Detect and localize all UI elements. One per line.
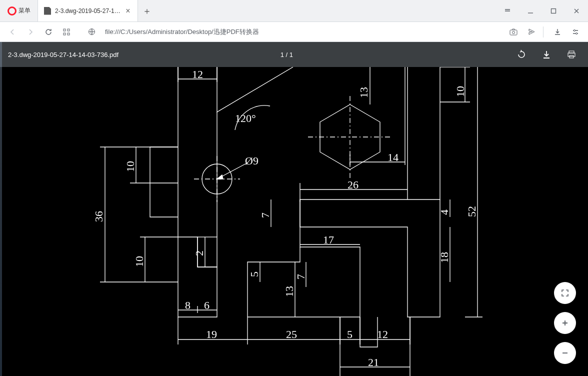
dim-12: 12 (192, 68, 203, 80)
svg-point-9 (576, 32, 577, 34)
reload-icon (45, 28, 52, 36)
dim-12-bot: 12 (377, 328, 388, 340)
dim-10-tr: 10 (454, 86, 466, 97)
speed-dial-button[interactable] (59, 25, 74, 39)
dim-13-low: 13 (283, 286, 296, 297)
camera-icon (510, 28, 518, 36)
svg-rect-4 (68, 33, 70, 35)
dim-5-bot: 5 (347, 328, 352, 340)
svg-rect-0 (552, 8, 556, 13)
nav-forward-button[interactable] (23, 25, 38, 39)
nav-reload-button[interactable] (41, 25, 56, 39)
dim-2: 2 (193, 250, 206, 256)
dim-dia9: Ø9 (245, 154, 258, 167)
address-bar: file:///C:/Users/Administrator/Desktop/迅… (0, 22, 588, 42)
pdf-fab-column (554, 282, 576, 364)
url-display[interactable]: file:///C:/Users/Administrator/Desktop/迅… (105, 28, 500, 36)
window-controls (496, 0, 588, 22)
easy-setup-button[interactable] (568, 25, 583, 39)
dim-6: 6 (204, 299, 210, 312)
download-button[interactable] (550, 25, 565, 39)
pdf-canvas[interactable]: 12 120° Ø9 13 10 14 26 10 36 10 2 7 4 52… (0, 67, 588, 376)
minimize-icon (528, 8, 534, 14)
svg-rect-11 (568, 53, 575, 56)
pdf-fit-button[interactable] (554, 282, 576, 304)
window-collapse-button[interactable] (496, 0, 519, 22)
chevron-right-icon (27, 28, 34, 36)
svg-rect-2 (68, 29, 70, 31)
dim-52: 52 (466, 206, 478, 217)
dim-13: 13 (358, 87, 370, 98)
opera-menu-button[interactable]: 菜单 (0, 0, 38, 22)
dim-18: 18 (438, 252, 450, 263)
dim-10-ll: 10 (133, 256, 146, 267)
globe-icon (88, 28, 96, 36)
print-icon (566, 50, 576, 60)
minus-icon (561, 349, 569, 357)
rotate-icon (516, 50, 526, 60)
dim-26: 26 (348, 178, 358, 191)
window-close-button[interactable] (565, 0, 588, 22)
pdf-viewer-toolbar: 2-3.dwg-2019-05-27-14-14-03-736.pdf 1 / … (0, 42, 588, 67)
dim-17: 17 (323, 234, 334, 246)
svg-rect-1 (64, 29, 66, 31)
window-minimize-button[interactable] (519, 0, 542, 22)
send-icon (528, 28, 536, 36)
tab-active[interactable]: 2-3.dwg-2019-05-27-14… × (38, 0, 138, 22)
dim-36: 36 (92, 211, 105, 222)
download-icon (542, 50, 552, 60)
tab-strip: 菜单 2-3.dwg-2019-05-27-14… × ＋ (0, 0, 588, 22)
dim-7-mid: 7 (259, 212, 272, 218)
dim-14: 14 (388, 151, 398, 164)
opera-logo-icon (8, 6, 16, 16)
dim-8: 8 (185, 299, 190, 312)
svg-point-8 (574, 30, 575, 31)
dim-10-lu: 10 (124, 161, 136, 172)
nav-back-button[interactable] (5, 25, 20, 39)
grid-icon (63, 28, 70, 36)
dim-21: 21 (368, 356, 379, 368)
download-icon (554, 28, 561, 36)
dim-25: 25 (286, 328, 297, 340)
pdf-print-button[interactable] (563, 46, 580, 63)
new-tab-button[interactable]: ＋ (138, 0, 156, 22)
pdf-download-button[interactable] (538, 46, 555, 63)
dim-19: 19 (206, 328, 217, 340)
tab-title: 2-3.dwg-2019-05-27-14… (55, 8, 120, 14)
tabs-container: 2-3.dwg-2019-05-27-14… × ＋ (38, 0, 496, 22)
plus-icon (561, 319, 569, 327)
close-icon (574, 8, 580, 14)
svg-rect-6 (510, 30, 517, 35)
svg-rect-10 (569, 51, 574, 53)
pdf-zoom-in-button[interactable] (554, 312, 576, 334)
dim-7-low: 7 (294, 274, 307, 280)
pdf-page-indicator: 1 / 1 (280, 51, 293, 58)
opera-menu-label: 菜单 (18, 6, 30, 15)
maximize-icon (550, 8, 556, 14)
snapshot-button[interactable] (506, 25, 521, 39)
site-info-button[interactable] (84, 25, 99, 39)
fit-icon (561, 289, 569, 297)
svg-rect-3 (64, 33, 66, 35)
dim-5-up: 5 (248, 272, 260, 277)
pdf-rotate-button[interactable] (513, 46, 530, 63)
file-icon (44, 7, 51, 15)
cad-drawing: 12 120° Ø9 13 10 14 26 10 36 10 2 7 4 52… (0, 67, 588, 376)
pdf-zoom-out-button[interactable] (554, 342, 576, 364)
send-button[interactable] (524, 25, 539, 39)
url-text: file:///C:/Users/Administrator/Desktop/迅… (105, 28, 259, 36)
svg-marker-18 (217, 175, 223, 179)
sliders-icon (572, 28, 579, 36)
chevron-left-icon (9, 28, 16, 36)
tab-close-button[interactable]: × (124, 8, 132, 14)
svg-point-7 (512, 31, 515, 34)
dim-120deg: 120° (235, 112, 256, 124)
collapse-icon (504, 8, 511, 14)
dim-4: 4 (438, 210, 450, 215)
window-maximize-button[interactable] (542, 0, 565, 22)
pdf-filename: 2-3.dwg-2019-05-27-14-14-03-736.pdf (8, 51, 118, 58)
